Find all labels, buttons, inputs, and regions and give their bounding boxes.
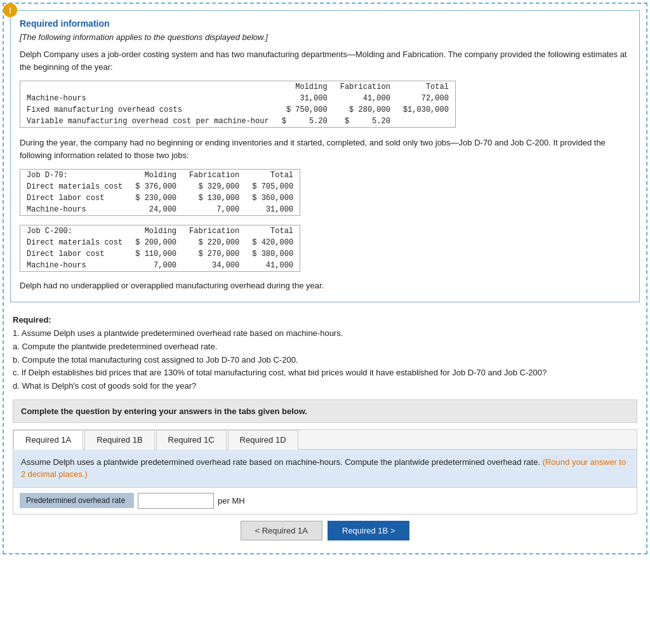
c200-row2-molding: $ 110,000 [129,248,183,260]
job-c200-label: Job C-200: [20,225,129,238]
est-row1-fabrication: 41,000 [334,93,397,104]
description2: During the year, the company had no begi… [20,137,630,161]
list-item: d. What is Delph's cost of goods sold fo… [13,380,637,393]
c200-row1-molding: $ 200,000 [129,237,183,248]
tab-required-1a[interactable]: Required 1A [13,430,83,450]
table-row: Direct labor cost $ 110,000 $ 270,000 $ … [20,248,300,260]
c200-row3-fabrication: 34,000 [183,260,246,272]
table-row: Fixed manufacturing overhead costs $ 750… [20,104,456,116]
job-d70-col-fabrication: Fabrication [183,170,246,182]
est-row2-label: Fixed manufacturing overhead costs [20,104,275,116]
d70-row3-label: Machine-hours [20,204,129,216]
d70-row2-label: Direct labor cost [20,192,129,204]
estimates-table: Molding Fabrication Total Machine-hours … [20,81,456,128]
d70-row3-fabrication: 7,000 [183,204,246,216]
estimates-col-fabrication: Fabrication [334,81,397,93]
job-d70-table: Job D-70: Molding Fabrication Total Dire… [20,169,300,216]
job-c200-col-total: Total [246,225,300,238]
tab-required-1c[interactable]: Required 1C [156,430,227,450]
input-label-box: Predetermined overhead rate [20,493,134,508]
d70-row2-molding: $ 230,000 [129,192,183,204]
est-row3-molding: $ 5.20 [275,116,334,128]
c200-row3-label: Machine-hours [20,260,129,272]
required-items: 1. Assume Delph uses a plantwide predete… [13,327,637,393]
est-row3-fabrication: $ 5.20 [334,116,397,128]
est-row1-molding: 31,000 [275,93,334,104]
list-item: c. If Delph establishes bid prices that … [13,366,637,380]
nav-buttons: < Required 1A Required 1B > [13,514,637,547]
d70-row3-total: 31,000 [246,204,300,216]
table-row: Machine-hours 7,000 34,000 41,000 [20,260,300,272]
c200-row1-label: Direct materials cost [20,237,129,248]
list-item: a. Compute the plantwide predetermined o… [13,340,637,354]
outer-wrapper: ! Required information [The following in… [3,3,647,554]
required-section: Required: 1. Assume Delph uses a plantwi… [4,309,646,553]
c200-row1-fabrication: $ 220,000 [183,237,246,248]
d70-row1-total: $ 705,000 [246,181,300,192]
est-row1-total: 72,000 [397,93,456,104]
d70-row1-label: Direct materials cost [20,181,129,192]
est-row1-label: Machine-hours [20,93,275,104]
est-row2-total: $1,030,000 [397,104,456,116]
c200-row3-total: 41,000 [246,260,300,272]
c200-row1-total: $ 420,000 [246,237,300,248]
next-button[interactable]: Required 1B > [328,521,409,540]
table-row: Direct labor cost $ 230,000 $ 130,000 $ … [20,192,300,204]
tab-required-1b[interactable]: Required 1B [84,430,154,450]
d70-row2-fabrication: $ 130,000 [183,192,246,204]
table-row: Machine-hours 24,000 7,000 31,000 [20,204,300,216]
tabs-container: Required 1A Required 1B Required 1C Requ… [13,429,637,514]
job-d70-col-molding: Molding [129,170,183,182]
tab-required-1d[interactable]: Required 1D [228,430,298,450]
c200-row2-label: Direct labor cost [20,248,129,260]
tabs-header: Required 1A Required 1B Required 1C Requ… [13,430,637,450]
required-info-title: Required information [20,18,630,29]
table-row: Job C-200: Molding Fabrication Total [20,225,300,238]
required-label: Required: [13,315,637,325]
estimates-col-total: Total [397,81,456,93]
table-row: Direct materials cost $ 376,000 $ 329,00… [20,181,300,192]
job-c200-table: Job C-200: Molding Fabrication Total Dir… [20,225,300,272]
c200-row2-total: $ 380,000 [246,248,300,260]
input-row: Predetermined overhead rate per MH [13,487,637,514]
d70-row3-molding: 24,000 [129,204,183,216]
job-c200-col-molding: Molding [129,225,183,238]
back-button[interactable]: < Required 1A [241,521,322,540]
d70-row1-fabrication: $ 329,000 [183,181,246,192]
d70-row1-molding: $ 376,000 [129,181,183,192]
job-c200-col-fabrication: Fabrication [183,225,246,238]
description1: Delph Company uses a job-order costing s… [20,48,630,73]
overhead-rate-input[interactable] [138,493,214,509]
list-item: 1. Assume Delph uses a plantwide predete… [13,327,637,340]
list-item: b. Compute the total manufacturing cost … [13,354,637,367]
complete-box: Complete the question by entering your a… [13,399,637,423]
estimates-col-molding: Molding [275,81,334,93]
no-overhead-text: Delph had no underapplied or overapplied… [20,281,630,290]
d70-row2-total: $ 360,000 [246,192,300,204]
est-row2-molding: $ 750,000 [275,104,334,116]
table-row: Direct materials cost $ 200,000 $ 220,00… [20,237,300,248]
tab-content-text: Assume Delph uses a plantwide predetermi… [21,457,543,467]
c200-row3-molding: 7,000 [129,260,183,272]
info-panel: ! Required information [The following in… [10,10,640,302]
table-row: Machine-hours 31,000 41,000 72,000 [20,93,456,104]
job-d70-col-total: Total [246,170,300,182]
est-row2-fabrication: $ 280,000 [334,104,397,116]
est-row3-label: Variable manufacturing overhead cost per… [20,116,275,128]
c200-row2-fabrication: $ 270,000 [183,248,246,260]
table-row: Job D-70: Molding Fabrication Total [20,170,300,182]
info-icon: ! [3,3,17,17]
table-row: Variable manufacturing overhead cost per… [20,116,456,128]
italic-note: [The following information applies to th… [20,32,630,42]
job-d70-label: Job D-70: [20,170,129,182]
tab-content: Assume Delph uses a plantwide predetermi… [13,450,637,487]
est-row3-total [397,116,456,128]
per-mh-label: per MH [218,496,245,506]
estimates-col-label [20,81,275,93]
